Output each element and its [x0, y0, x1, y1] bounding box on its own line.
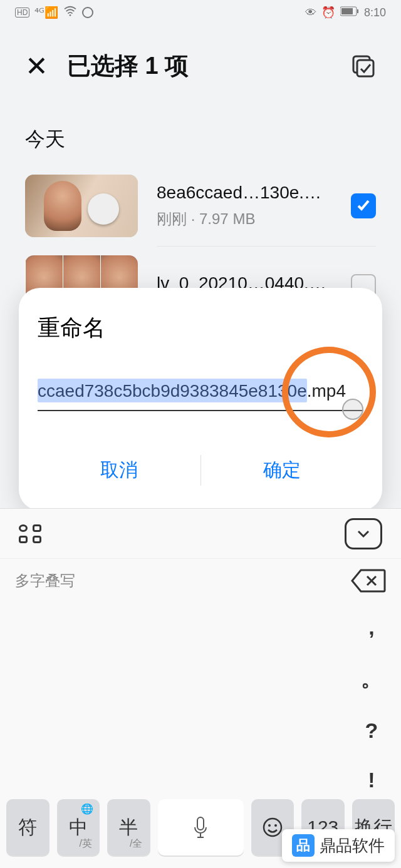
- thumbnail: [25, 175, 138, 237]
- language-key[interactable]: 🌐中/英: [57, 799, 100, 855]
- svg-rect-6: [197, 817, 204, 830]
- file-item[interactable]: 8ea6ccaed…130e.mp4 刚刚 · 7.97 MB: [0, 166, 401, 246]
- svg-rect-2: [357, 9, 358, 13]
- watermark-text: 鼎品软件: [320, 835, 385, 857]
- item-checkbox[interactable]: [351, 193, 376, 218]
- dialog-title: 重命名: [38, 313, 363, 344]
- select-all-button[interactable]: [351, 54, 376, 79]
- keyboard-grid-button[interactable]: [19, 524, 41, 543]
- globe-icon: 🌐: [81, 803, 93, 815]
- alarm-icon: ⏰: [321, 6, 335, 19]
- comma-key[interactable]: ,: [368, 615, 374, 640]
- nfc-icon: [82, 7, 93, 18]
- svg-point-0: [70, 14, 71, 16]
- watermark-icon: 品: [292, 834, 315, 857]
- hd-icon: HD: [15, 8, 29, 18]
- keyboard-collapse-button[interactable]: [345, 518, 382, 549]
- period-key[interactable]: 。: [361, 665, 382, 693]
- rename-dialog: 重命名 取消 确定: [19, 288, 382, 511]
- symbol-key[interactable]: 符: [6, 799, 49, 855]
- ime-hint: 多字叠写: [15, 571, 351, 591]
- width-key[interactable]: 半/全: [107, 799, 150, 855]
- svg-rect-3: [341, 8, 353, 14]
- status-bar: HD ⁴ᴳ📶 👁 ⏰ 8:10: [0, 0, 401, 25]
- filename-input[interactable]: [38, 381, 363, 411]
- battery-icon: [340, 6, 359, 19]
- keyboard: 多字叠写 , 。 ? ! 符 🌐中/英 半/全 123 换行: [0, 508, 401, 868]
- svg-point-8: [268, 824, 271, 827]
- status-time: 8:10: [364, 6, 386, 19]
- confirm-button[interactable]: 确定: [201, 442, 364, 498]
- svg-point-9: [274, 824, 277, 827]
- backspace-key[interactable]: [351, 568, 386, 594]
- file-meta: 刚刚 · 7.97 MB: [157, 209, 332, 229]
- cancel-button[interactable]: 取消: [38, 442, 200, 498]
- selection-header: ✕ 已选择 1 项: [0, 25, 401, 94]
- signal-icon: ⁴ᴳ📶: [34, 6, 58, 19]
- svg-rect-5: [357, 60, 373, 76]
- eye-icon: 👁: [305, 6, 316, 19]
- watermark: 品 鼎品软件: [282, 829, 395, 862]
- close-button[interactable]: ✕: [25, 50, 48, 82]
- wifi-icon: [63, 6, 77, 20]
- exclaim-key[interactable]: !: [368, 768, 375, 792]
- section-today: 今天: [0, 94, 401, 166]
- question-key[interactable]: ?: [365, 718, 378, 743]
- svg-point-7: [264, 819, 281, 836]
- file-name: 8ea6ccaed…130e.mp4: [157, 183, 332, 203]
- header-title: 已选择 1 项: [67, 50, 351, 82]
- voice-key[interactable]: [158, 799, 244, 855]
